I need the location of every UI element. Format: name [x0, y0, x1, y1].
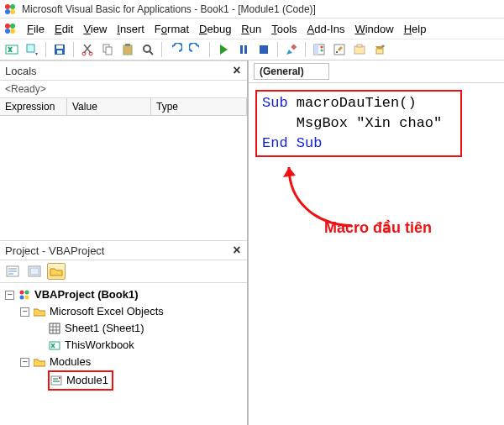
separator [277, 42, 278, 57]
undo-icon[interactable] [167, 41, 184, 58]
copy-icon[interactable] [99, 41, 116, 58]
cut-icon[interactable] [79, 41, 96, 58]
col-type[interactable]: Type [151, 98, 247, 115]
svg-rect-23 [291, 44, 297, 50]
project-title: Project - VBAProject [5, 244, 105, 257]
svg-rect-25 [314, 45, 318, 55]
project-tree[interactable]: − VBAProject (Book1) − Microsoft Excel O… [0, 283, 247, 425]
separator [45, 42, 46, 57]
svg-point-38 [20, 296, 24, 300]
folder-icon [33, 305, 46, 318]
annotation-label: Macro đầu tiên [324, 218, 432, 238]
svg-point-6 [5, 29, 10, 34]
vbaproject-icon [18, 288, 31, 302]
locals-close-icon[interactable]: × [228, 63, 245, 78]
tree-excel-objects[interactable]: − Microsoft Excel Objects [5, 303, 244, 320]
code-editor[interactable]: Sub macroDauTien() MsgBox "Xin chao" End… [249, 83, 504, 425]
menu-run[interactable]: Run [236, 21, 266, 37]
reset-icon[interactable] [255, 41, 272, 58]
svg-rect-22 [260, 45, 268, 54]
tree-modules[interactable]: − Modules [5, 354, 244, 370]
toggle-folders-icon[interactable] [47, 263, 66, 280]
svg-rect-9 [27, 45, 34, 52]
paste-icon[interactable] [119, 41, 136, 58]
view-object-icon[interactable] [25, 263, 44, 280]
col-value[interactable]: Value [67, 98, 151, 115]
locals-ready-status: <Ready> [0, 81, 247, 98]
view-code-icon[interactable] [3, 263, 22, 280]
view-excel-icon[interactable] [3, 41, 20, 58]
object-combo-value: (General) [260, 66, 304, 77]
svg-rect-17 [123, 45, 132, 55]
break-icon[interactable] [235, 41, 252, 58]
menu-edit[interactable]: Edit [50, 21, 78, 37]
svg-point-37 [25, 291, 29, 295]
tree-sheet1[interactable]: Sheet1 (Sheet1) [5, 320, 244, 337]
svg-point-19 [144, 45, 150, 52]
toolbar [0, 39, 504, 60]
stmt-msgbox: MsgBox [297, 115, 348, 131]
svg-rect-18 [125, 44, 130, 46]
run-icon[interactable] [215, 41, 232, 58]
object-combo[interactable]: (General) [254, 63, 329, 80]
menu-help[interactable]: Help [399, 21, 432, 37]
svg-point-29 [336, 51, 338, 53]
tree-sheet1-label: Sheet1 (Sheet1) [65, 320, 144, 337]
svg-point-5 [10, 24, 15, 29]
tree-root-label: VBAProject (Book1) [34, 286, 139, 303]
svg-rect-8 [6, 45, 18, 54]
proc-name: macroDauTien() [297, 95, 417, 111]
redo-icon[interactable] [187, 41, 204, 58]
svg-rect-41 [50, 342, 60, 349]
tree-module1[interactable]: Module1 [5, 370, 244, 391]
menu-debug[interactable]: Debug [194, 21, 236, 37]
col-expression[interactable]: Expression [0, 98, 67, 115]
menu-window[interactable]: Window [349, 21, 398, 37]
svg-rect-20 [240, 45, 243, 54]
module-icon [50, 374, 63, 387]
menu-tools[interactable]: Tools [266, 21, 302, 37]
tree-module1-label: Module1 [66, 372, 108, 389]
project-explorer-icon[interactable] [311, 41, 328, 58]
design-mode-icon[interactable] [283, 41, 300, 58]
locals-columns-header: Expression Value Type [0, 98, 247, 116]
save-icon[interactable] [51, 41, 68, 58]
svg-rect-16 [106, 47, 112, 55]
svg-point-39 [25, 296, 29, 300]
toolbox-icon[interactable] [371, 41, 388, 58]
svg-point-7 [10, 29, 15, 34]
locals-grid-body [0, 116, 247, 240]
code-highlight-box: Sub macroDauTien() MsgBox "Xin chao" End… [255, 90, 462, 157]
project-pane-header: Project - VBAProject × [0, 240, 247, 260]
svg-rect-40 [50, 323, 60, 333]
svg-point-2 [5, 9, 10, 14]
project-close-icon[interactable]: × [228, 243, 245, 258]
title-bar: Microsoft Visual Basic for Applications … [0, 0, 504, 18]
collapse-icon[interactable]: − [20, 307, 29, 317]
locals-title: Locals [5, 65, 37, 77]
svg-point-4 [5, 24, 10, 29]
tree-root[interactable]: − VBAProject (Book1) [5, 286, 244, 303]
svg-rect-12 [57, 50, 62, 54]
separator [161, 42, 162, 57]
kw-endsub: End Sub [262, 135, 322, 151]
kw-sub: Sub [262, 95, 288, 111]
tree-thisworkbook[interactable]: ThisWorkbook [5, 337, 244, 354]
svg-rect-32 [376, 49, 383, 54]
menu-file[interactable]: File [22, 21, 50, 37]
find-icon[interactable] [139, 41, 156, 58]
vba-menu-icon[interactable] [2, 20, 18, 37]
menu-insert[interactable]: Insert [112, 21, 150, 37]
collapse-icon[interactable]: − [20, 358, 29, 367]
collapse-icon[interactable]: − [5, 291, 14, 300]
menu-addins[interactable]: Add-Ins [302, 21, 350, 37]
project-toolbar [0, 260, 247, 283]
separator [305, 42, 306, 57]
properties-icon[interactable] [331, 41, 348, 58]
insert-dropdown-icon[interactable] [24, 41, 40, 58]
object-browser-icon[interactable] [351, 41, 368, 58]
svg-rect-21 [244, 45, 247, 54]
menu-format[interactable]: Format [150, 21, 194, 37]
menu-view[interactable]: View [78, 21, 112, 37]
tree-modules-label: Modules [50, 354, 91, 370]
